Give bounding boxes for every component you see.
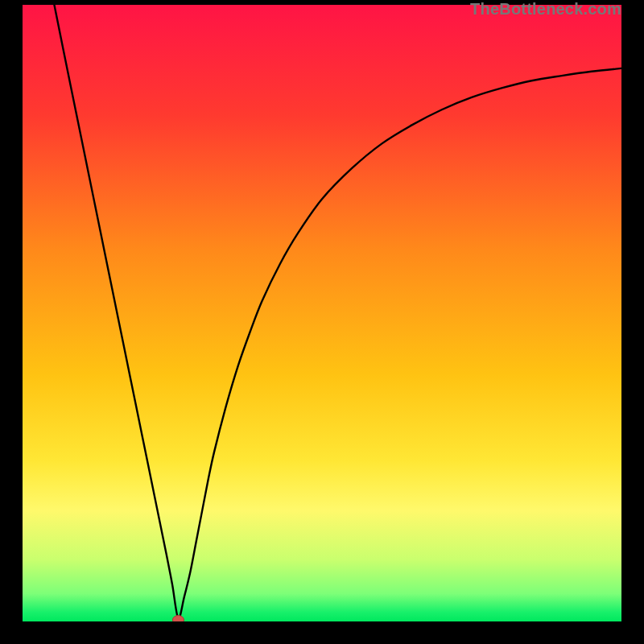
chart-frame [23,5,621,621]
chart-svg [23,5,621,621]
gradient-background [23,5,621,621]
minimum-marker [172,616,184,622]
attribution-label: TheBottleneck.com [470,0,621,19]
